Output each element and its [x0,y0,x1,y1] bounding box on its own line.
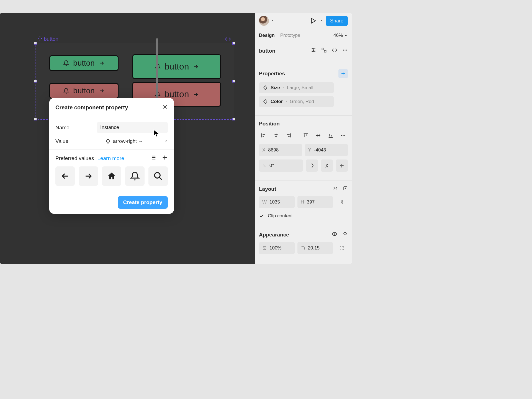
search-icon [153,171,163,181]
home-icon [107,171,116,181]
svg-rect-13 [341,203,343,204]
y-value: -4043 [314,147,326,153]
svg-point-9 [343,135,343,136]
dialog-title: Create component property [55,104,128,111]
cursor-pointer [153,129,160,138]
value-label: Value [55,138,105,144]
inspector-panel: Share Design Prototype 46% button [255,13,352,264]
more-icon[interactable] [342,47,348,54]
clip-label: Clip content [268,213,293,219]
height-field[interactable]: H397 [297,196,333,208]
align-top-button[interactable] [301,131,311,140]
add-preferred-button[interactable] [162,155,168,162]
property-name: Size [271,85,280,91]
more-transform-button[interactable] [336,159,348,172]
layer-name[interactable]: button [259,48,275,54]
section-appearance-title: Appearance [259,232,289,238]
opacity-value: 100% [269,245,281,251]
property-value-select[interactable]: arrow-right → [105,138,168,144]
svg-point-0 [313,48,313,49]
variant-icon [263,99,268,104]
svg-rect-3 [322,48,324,50]
align-vcenter-button[interactable] [313,131,323,140]
visibility-icon[interactable] [332,231,337,238]
variant-icon [105,138,111,144]
align-bottom-button[interactable] [326,131,335,140]
x-field[interactable]: X8698 [259,144,302,156]
y-field[interactable]: Y-4043 [305,144,348,156]
x-value: 8698 [268,147,279,153]
learn-more-link[interactable]: Learn more [97,155,124,161]
arrow-right-icon [84,171,93,181]
radius-value: 20.15 [308,245,320,251]
svg-point-5 [343,50,344,50]
opacity-icon [262,246,267,250]
svg-point-16 [155,173,160,178]
opacity-field[interactable]: 100% [259,242,295,254]
zoom-value: 46% [333,33,343,38]
independent-corners-button[interactable] [336,242,348,254]
property-row[interactable]: Color · Green, Red [259,96,334,107]
chevron-down-icon [344,34,348,37]
chevron-down-icon [164,138,168,144]
close-button[interactable] [162,104,168,111]
corner-radius-field[interactable]: 20.15 [297,242,333,254]
svg-rect-4 [324,50,326,52]
add-property-button[interactable] [338,69,348,78]
rotation-field[interactable]: 0° [259,159,303,172]
check-icon [259,213,264,219]
create-property-button[interactable]: Create property [118,196,168,209]
user-avatar[interactable] [259,16,269,26]
preferred-home[interactable] [102,166,121,186]
section-position-title: Position [259,121,280,127]
svg-point-1 [313,51,313,52]
tab-prototype[interactable]: Prototype [280,33,300,38]
chevron-down-icon[interactable] [271,18,274,23]
preferred-arrow-right[interactable] [79,166,98,186]
flip-horizontal-button[interactable] [306,159,318,172]
constrain-proportions-button[interactable] [336,196,348,208]
width-value: 1035 [269,199,280,205]
svg-point-2 [313,50,314,50]
chevron-down-icon[interactable] [320,18,323,23]
rotation-value: 0° [269,163,274,168]
settings-icon[interactable] [311,47,316,54]
svg-point-8 [341,135,342,136]
property-row[interactable]: Size · Large, Small [259,82,334,93]
flip-vertical-button[interactable] [321,159,333,172]
align-left-button[interactable] [259,131,269,140]
variant-icon [263,85,268,90]
autolayout-wrap-icon[interactable] [333,186,338,192]
autolayout-add-icon[interactable] [343,186,348,192]
align-hcenter-button[interactable] [271,131,281,140]
section-properties-title: Properties [259,71,285,77]
property-value: Green, Red [290,99,314,104]
preferred-arrow-left[interactable] [55,166,75,186]
code-icon[interactable] [332,47,337,54]
more-alignment-button[interactable] [338,131,348,140]
preferred-bell[interactable] [125,166,145,186]
blend-mode-icon[interactable] [342,231,348,238]
present-button[interactable] [309,16,318,25]
tab-design[interactable]: Design [259,33,275,38]
zoom-control[interactable]: 46% [333,33,348,38]
arrow-left-icon [60,171,70,181]
close-icon [162,104,168,110]
preferred-search[interactable] [148,166,168,186]
width-field[interactable]: W1035 [259,196,295,208]
svg-point-6 [345,50,345,50]
height-value: 397 [307,199,315,205]
clip-content-toggle[interactable]: Clip content [259,212,348,220]
instance-swap-icon[interactable] [321,47,327,54]
value-selected-text: arrow-right → [113,138,143,144]
svg-point-14 [334,233,335,235]
property-value: Large, Small [287,85,313,91]
list-view-icon[interactable] [150,155,156,162]
bell-icon [130,171,140,181]
create-property-dialog: Create component property Name Value arr… [49,98,174,214]
svg-rect-12 [341,200,343,202]
align-right-button[interactable] [284,131,294,140]
share-button[interactable]: Share [326,16,348,26]
corner-radius-icon [301,246,305,250]
name-label: Name [55,125,97,131]
